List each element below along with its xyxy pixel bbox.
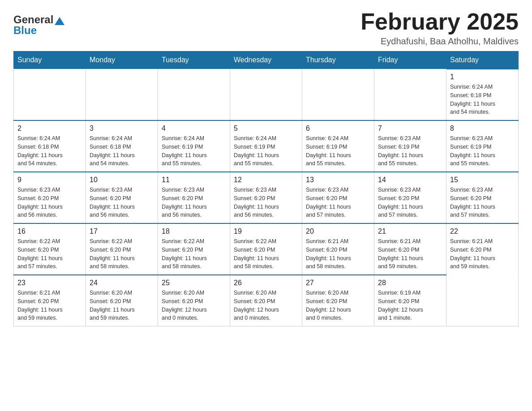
- calendar-cell-w1-d2: [86, 69, 158, 120]
- day-info: Sunrise: 6:22 AMSunset: 6:20 PMDaylight:…: [17, 237, 82, 271]
- day-info: Sunrise: 6:23 AMSunset: 6:19 PMDaylight:…: [378, 134, 442, 168]
- day-number: 16: [17, 227, 82, 235]
- day-number: 23: [17, 279, 82, 287]
- calendar-cell-w5-d1: 23Sunrise: 6:21 AMSunset: 6:20 PMDayligh…: [14, 275, 86, 326]
- calendar-week-3: 9Sunrise: 6:23 AMSunset: 6:20 PMDaylight…: [14, 172, 519, 223]
- day-number: 8: [450, 124, 515, 133]
- col-header-monday: Monday: [86, 51, 158, 69]
- calendar-cell-w5-d5: 27Sunrise: 6:20 AMSunset: 6:20 PMDayligh…: [302, 275, 374, 326]
- calendar-cell-w5-d6: 28Sunrise: 6:19 AMSunset: 6:20 PMDayligh…: [374, 275, 446, 326]
- day-info: Sunrise: 6:23 AMSunset: 6:20 PMDaylight:…: [90, 186, 154, 219]
- calendar-cell-w3-d6: 14Sunrise: 6:23 AMSunset: 6:20 PMDayligh…: [374, 172, 446, 223]
- calendar-cell-w3-d2: 10Sunrise: 6:23 AMSunset: 6:20 PMDayligh…: [86, 172, 158, 223]
- calendar-cell-w1-d1: [14, 69, 86, 120]
- calendar-header-row: Sunday Monday Tuesday Wednesday Thursday…: [14, 51, 519, 69]
- day-number: 12: [234, 176, 298, 184]
- day-info: Sunrise: 6:20 AMSunset: 6:20 PMDaylight:…: [162, 289, 226, 322]
- calendar-week-5: 23Sunrise: 6:21 AMSunset: 6:20 PMDayligh…: [14, 275, 519, 326]
- day-number: 14: [378, 176, 442, 184]
- day-info: Sunrise: 6:20 AMSunset: 6:20 PMDaylight:…: [234, 289, 298, 322]
- day-number: 24: [90, 279, 154, 287]
- month-title: February 2025: [360, 9, 519, 34]
- day-number: 15: [450, 176, 515, 184]
- calendar-cell-w4-d6: 21Sunrise: 6:21 AMSunset: 6:20 PMDayligh…: [374, 223, 446, 275]
- day-info: Sunrise: 6:21 AMSunset: 6:20 PMDaylight:…: [450, 237, 515, 271]
- calendar-cell-w1-d4: [230, 69, 302, 120]
- calendar-cell-w3-d7: 15Sunrise: 6:23 AMSunset: 6:20 PMDayligh…: [446, 172, 519, 223]
- day-number: 26: [234, 279, 298, 287]
- day-number: 5: [234, 124, 298, 133]
- calendar-cell-w5-d4: 26Sunrise: 6:20 AMSunset: 6:20 PMDayligh…: [230, 275, 302, 326]
- day-number: 9: [17, 176, 82, 184]
- day-info: Sunrise: 6:20 AMSunset: 6:20 PMDaylight:…: [90, 289, 154, 322]
- calendar-cell-w3-d3: 11Sunrise: 6:23 AMSunset: 6:20 PMDayligh…: [158, 172, 230, 223]
- location-subtitle: Eydhafushi, Baa Atholhu, Maldives: [360, 36, 519, 47]
- calendar-cell-w4-d5: 20Sunrise: 6:21 AMSunset: 6:20 PMDayligh…: [302, 223, 374, 275]
- calendar-table: Sunday Monday Tuesday Wednesday Thursday…: [13, 51, 519, 326]
- calendar-cell-w2-d7: 8Sunrise: 6:23 AMSunset: 6:19 PMDaylight…: [446, 120, 519, 172]
- day-number: 19: [234, 227, 298, 235]
- page-header: General Blue February 2025 Eydhafushi, B…: [13, 9, 519, 47]
- day-info: Sunrise: 6:21 AMSunset: 6:20 PMDaylight:…: [17, 289, 82, 322]
- day-number: 1: [450, 73, 515, 81]
- day-info: Sunrise: 6:21 AMSunset: 6:20 PMDaylight:…: [306, 237, 370, 271]
- calendar-cell-w5-d7: [446, 275, 519, 326]
- day-number: 17: [90, 227, 154, 235]
- day-number: 21: [378, 227, 442, 235]
- day-info: Sunrise: 6:22 AMSunset: 6:20 PMDaylight:…: [162, 237, 226, 271]
- day-info: Sunrise: 6:22 AMSunset: 6:20 PMDaylight:…: [90, 237, 154, 271]
- calendar-cell-w4-d4: 19Sunrise: 6:22 AMSunset: 6:20 PMDayligh…: [230, 223, 302, 275]
- day-info: Sunrise: 6:23 AMSunset: 6:20 PMDaylight:…: [17, 186, 82, 219]
- day-info: Sunrise: 6:24 AMSunset: 6:19 PMDaylight:…: [234, 134, 298, 168]
- calendar-cell-w2-d1: 2Sunrise: 6:24 AMSunset: 6:18 PMDaylight…: [14, 120, 86, 172]
- day-info: Sunrise: 6:24 AMSunset: 6:19 PMDaylight:…: [306, 134, 370, 168]
- calendar-cell-w3-d1: 9Sunrise: 6:23 AMSunset: 6:20 PMDaylight…: [14, 172, 86, 223]
- logo: General Blue: [13, 9, 64, 37]
- day-number: 27: [306, 279, 370, 287]
- day-info: Sunrise: 6:21 AMSunset: 6:20 PMDaylight:…: [378, 237, 442, 271]
- calendar-cell-w3-d5: 13Sunrise: 6:23 AMSunset: 6:20 PMDayligh…: [302, 172, 374, 223]
- day-info: Sunrise: 6:23 AMSunset: 6:20 PMDaylight:…: [450, 186, 515, 219]
- day-info: Sunrise: 6:24 AMSunset: 6:19 PMDaylight:…: [162, 134, 226, 168]
- calendar-cell-w2-d2: 3Sunrise: 6:24 AMSunset: 6:18 PMDaylight…: [86, 120, 158, 172]
- col-header-friday: Friday: [374, 51, 446, 69]
- day-info: Sunrise: 6:23 AMSunset: 6:20 PMDaylight:…: [306, 186, 370, 219]
- day-number: 3: [90, 124, 154, 133]
- logo-triangle-icon: [55, 17, 64, 25]
- calendar-cell-w2-d4: 5Sunrise: 6:24 AMSunset: 6:19 PMDaylight…: [230, 120, 302, 172]
- calendar-week-1: 1Sunrise: 6:24 AMSunset: 6:18 PMDaylight…: [14, 69, 519, 120]
- col-header-thursday: Thursday: [302, 51, 374, 69]
- day-info: Sunrise: 6:24 AMSunset: 6:18 PMDaylight:…: [17, 134, 82, 168]
- day-info: Sunrise: 6:23 AMSunset: 6:19 PMDaylight:…: [450, 134, 515, 168]
- day-number: 22: [450, 227, 515, 235]
- day-info: Sunrise: 6:22 AMSunset: 6:20 PMDaylight:…: [234, 237, 298, 271]
- day-info: Sunrise: 6:24 AMSunset: 6:18 PMDaylight:…: [450, 83, 515, 116]
- day-info: Sunrise: 6:23 AMSunset: 6:20 PMDaylight:…: [162, 186, 226, 219]
- day-number: 4: [162, 124, 226, 133]
- title-section: February 2025 Eydhafushi, Baa Atholhu, M…: [360, 9, 519, 47]
- day-number: 10: [90, 176, 154, 184]
- logo-blue-text: Blue: [13, 24, 37, 37]
- day-info: Sunrise: 6:23 AMSunset: 6:20 PMDaylight:…: [234, 186, 298, 219]
- calendar-cell-w4-d3: 18Sunrise: 6:22 AMSunset: 6:20 PMDayligh…: [158, 223, 230, 275]
- calendar-week-2: 2Sunrise: 6:24 AMSunset: 6:18 PMDaylight…: [14, 120, 519, 172]
- calendar-cell-w2-d5: 6Sunrise: 6:24 AMSunset: 6:19 PMDaylight…: [302, 120, 374, 172]
- day-number: 7: [378, 124, 442, 133]
- day-info: Sunrise: 6:20 AMSunset: 6:20 PMDaylight:…: [306, 289, 370, 322]
- calendar-cell-w2-d6: 7Sunrise: 6:23 AMSunset: 6:19 PMDaylight…: [374, 120, 446, 172]
- day-number: 18: [162, 227, 226, 235]
- calendar-cell-w1-d7: 1Sunrise: 6:24 AMSunset: 6:18 PMDaylight…: [446, 69, 519, 120]
- calendar-cell-w1-d6: [374, 69, 446, 120]
- day-number: 13: [306, 176, 370, 184]
- col-header-saturday: Saturday: [446, 51, 519, 69]
- col-header-sunday: Sunday: [14, 51, 86, 69]
- day-number: 25: [162, 279, 226, 287]
- calendar-cell-w4-d1: 16Sunrise: 6:22 AMSunset: 6:20 PMDayligh…: [14, 223, 86, 275]
- col-header-tuesday: Tuesday: [158, 51, 230, 69]
- calendar-cell-w5-d2: 24Sunrise: 6:20 AMSunset: 6:20 PMDayligh…: [86, 275, 158, 326]
- calendar-cell-w5-d3: 25Sunrise: 6:20 AMSunset: 6:20 PMDayligh…: [158, 275, 230, 326]
- calendar-cell-w1-d5: [302, 69, 374, 120]
- day-number: 2: [17, 124, 82, 133]
- calendar-cell-w4-d7: 22Sunrise: 6:21 AMSunset: 6:20 PMDayligh…: [446, 223, 519, 275]
- calendar-week-4: 16Sunrise: 6:22 AMSunset: 6:20 PMDayligh…: [14, 223, 519, 275]
